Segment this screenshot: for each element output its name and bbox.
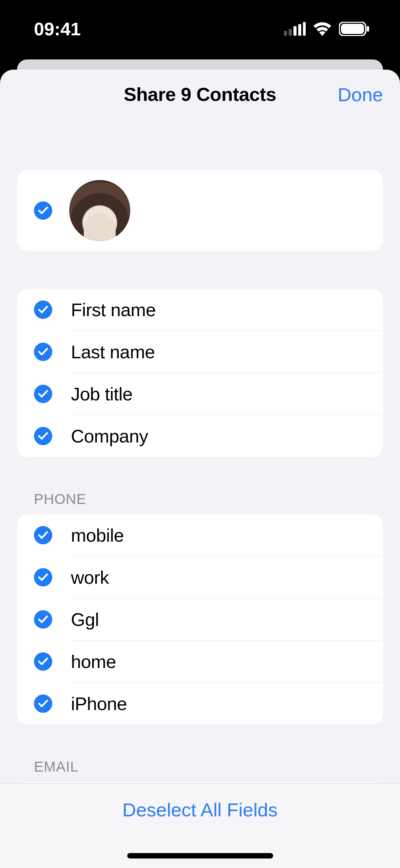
checkmark-icon[interactable] [34,427,52,445]
field-label: iPhone [71,693,127,714]
svg-rect-2 [293,26,297,36]
sheet-header: Share 9 Contacts Done [0,70,400,119]
svg-rect-0 [284,31,287,36]
contact-avatar [69,180,130,241]
phone-fields-card: mobile work Ggl home iPhone [17,514,383,725]
bottom-toolbar: Deselect All Fields [0,783,400,868]
done-button[interactable]: Done [338,83,383,105]
wifi-icon [312,22,332,36]
svg-rect-3 [298,24,301,36]
svg-rect-6 [341,24,364,34]
cellular-signal-icon [284,22,306,36]
status-time: 09:41 [34,18,81,39]
identity-fields-card: First name Last name Job title Company [17,289,383,457]
svg-rect-7 [367,26,369,32]
field-row-first-name[interactable]: First name [17,289,383,331]
field-label: First name [71,299,156,320]
checkmark-icon[interactable] [34,526,52,544]
checkmark-icon[interactable] [34,343,52,361]
field-label: mobile [71,525,124,546]
field-label: Company [71,426,148,447]
field-row-job-title[interactable]: Job title [17,373,383,415]
contact-header-row[interactable] [17,170,383,251]
checkmark-icon[interactable] [34,652,52,671]
section-header-phone: PHONE [17,491,383,514]
share-sheet: Share 9 Contacts Done First name [0,70,400,868]
section-header-email: EMAIL [17,759,383,782]
field-label: home [71,651,116,672]
field-row-phone-iphone[interactable]: iPhone [17,683,383,725]
field-row-last-name[interactable]: Last name [17,331,383,373]
field-row-company[interactable]: Company [17,415,383,457]
field-label: Ggl [71,609,99,630]
field-label: work [71,567,109,588]
sheet-title: Share 9 Contacts [124,83,277,105]
field-row-phone-mobile[interactable]: mobile [17,514,383,556]
checkmark-icon[interactable] [34,385,52,403]
field-row-phone-work[interactable]: work [17,556,383,598]
checkmark-icon[interactable] [34,694,52,713]
fields-scroll-area[interactable]: First name Last name Job title Company P… [0,119,400,868]
svg-rect-1 [289,29,292,36]
field-row-phone-ggl[interactable]: Ggl [17,598,383,640]
home-indicator[interactable] [127,853,273,858]
checkmark-icon[interactable] [34,301,52,319]
checkmark-icon[interactable] [34,610,52,629]
field-row-phone-home[interactable]: home [17,640,383,683]
status-bar: 09:41 [0,0,400,58]
status-icons [284,22,369,36]
field-label: Last name [71,341,155,362]
battery-icon [339,22,369,36]
checkmark-icon[interactable] [34,568,52,586]
checkmark-icon[interactable] [34,201,52,220]
deselect-all-button[interactable]: Deselect All Fields [122,799,278,821]
svg-rect-4 [303,22,306,36]
field-label: Job title [71,383,133,404]
